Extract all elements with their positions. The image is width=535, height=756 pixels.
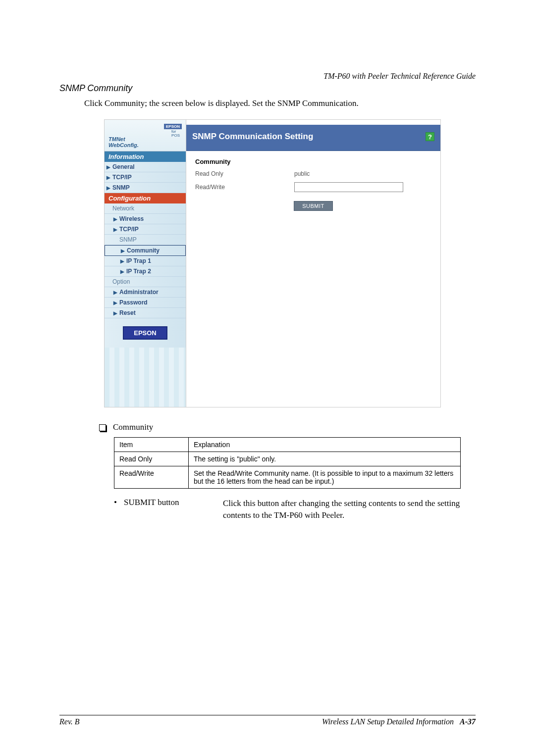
logo-area: EPSON for POS TMNet WebConfig. <box>105 120 186 151</box>
doc-header: TM-P60 with Peeler Technical Reference G… <box>323 72 476 81</box>
sidebar: EPSON for POS TMNet WebConfig. Informati… <box>105 120 186 407</box>
arrow-icon: ▶ <box>113 310 117 316</box>
arrow-icon: ▶ <box>113 290 117 295</box>
content-body: Community Read Only public Read/Write SU… <box>186 151 440 218</box>
nav-label: Administrator <box>119 289 159 296</box>
td-explanation: Set the Read/Write Community name. (It i… <box>189 466 461 489</box>
nav-group-snmp: SNMP <box>105 235 186 245</box>
submit-row: SUBMIT <box>195 201 431 211</box>
arrow-icon: ▶ <box>113 300 117 305</box>
label-readonly: Read Only <box>195 170 294 177</box>
logo-pos: POS <box>171 133 180 138</box>
logo-tmnet-2: WebConfig. <box>108 142 139 148</box>
logo-tmnet: TMNet WebConfig. <box>108 136 139 148</box>
nav-label: IP Trap 1 <box>126 257 151 264</box>
footer-section: Wireless LAN Setup Detailed Information <box>322 717 454 726</box>
nav-label: Wireless <box>119 215 144 222</box>
screenshot-webconfig: EPSON for POS TMNet WebConfig. Informati… <box>104 119 441 407</box>
nav-item-config-tcpip[interactable]: ▶TCP/IP <box>105 224 186 235</box>
value-readonly: public <box>294 170 431 177</box>
content-panel: SNMP Communication Setting ? Community R… <box>186 120 440 407</box>
nav-item-tcpip[interactable]: ▶TCP/IP <box>105 172 186 183</box>
nav-group-network: Network <box>105 203 186 214</box>
footer-right: Wireless LAN Setup Detailed Information … <box>322 717 476 726</box>
bullet-icon <box>99 424 106 431</box>
label-readwrite: Read/Write <box>195 184 294 191</box>
intro-text: Click Community; the screen below is dis… <box>84 99 476 108</box>
td-explanation: The setting is "public" only. <box>189 452 461 466</box>
logo-for-pos: for POS <box>171 130 180 138</box>
table-row: Read Only The setting is "public" only. <box>114 452 461 466</box>
submit-label: SUBMIT button <box>124 498 223 521</box>
nav-label: TCP/IP <box>112 174 132 181</box>
nav-label: General <box>112 163 135 170</box>
group-title-community: Community <box>195 158 431 165</box>
arrow-icon: ▶ <box>107 164 110 170</box>
arrow-icon: ▶ <box>113 227 117 232</box>
nav-header-info: Information <box>105 151 186 162</box>
nav-item-reset[interactable]: ▶Reset <box>105 308 186 318</box>
arrow-icon: ▶ <box>120 258 124 264</box>
nav-label: Password <box>119 299 148 306</box>
content-title-bar: SNMP Communication Setting ? <box>186 125 440 151</box>
field-row-readonly: Read Only public <box>195 170 431 177</box>
logo-epson: EPSON <box>164 124 182 129</box>
arrow-icon: ▶ <box>113 216 117 222</box>
nav-group-option: Option <box>105 277 186 287</box>
nav-label: TCP/IP <box>119 226 139 233</box>
nav-label: Community <box>127 247 160 254</box>
nav-label: Reset <box>119 309 136 316</box>
td-item: Read Only <box>114 452 189 466</box>
nav-item-password[interactable]: ▶Password <box>105 298 186 308</box>
nav-item-iptrap1[interactable]: ▶IP Trap 1 <box>105 256 186 266</box>
content-title: SNMP Communication Setting <box>192 132 313 142</box>
table-row: Item Explanation <box>114 438 461 452</box>
th-item: Item <box>114 438 189 452</box>
footer-page: A-37 <box>460 717 476 726</box>
nav-label: SNMP <box>112 184 130 191</box>
nav-item-iptrap2[interactable]: ▶IP Trap 2 <box>105 266 186 277</box>
submit-description: • SUBMIT button Click this button after … <box>114 498 476 521</box>
epson-badge: EPSON <box>123 326 167 340</box>
submit-button[interactable]: SUBMIT <box>294 201 333 211</box>
section-title: SNMP Community <box>59 83 476 94</box>
nav-item-snmp[interactable]: ▶SNMP <box>105 183 186 193</box>
help-icon[interactable]: ? <box>426 132 434 141</box>
arrow-icon: ▶ <box>120 269 124 274</box>
bullet-community: Community <box>99 422 476 432</box>
arrow-icon: ▶ <box>121 248 125 253</box>
value-readwrite <box>294 182 431 192</box>
submit-desc: Click this button after changing the set… <box>223 498 476 521</box>
readwrite-input[interactable] <box>294 182 403 192</box>
arrow-icon: ▶ <box>107 185 110 191</box>
nav-item-administrator[interactable]: ▶Administrator <box>105 287 186 298</box>
community-table: Item Explanation Read Only The setting i… <box>114 437 461 489</box>
nav-item-community[interactable]: ▶Community <box>105 245 186 256</box>
field-row-readwrite: Read/Write <box>195 182 431 192</box>
nav-header-config: Configuration <box>105 193 186 203</box>
bullet-dot-icon: • <box>114 498 117 521</box>
nav-item-general[interactable]: ▶General <box>105 162 186 172</box>
td-item: Read/Write <box>114 466 189 489</box>
bullet-label: Community <box>113 422 153 432</box>
nav-label: IP Trap 2 <box>126 268 151 275</box>
logo-tmnet-1: TMNet <box>108 136 125 142</box>
th-explanation: Explanation <box>189 438 461 452</box>
footer-rev: Rev. B <box>59 717 80 726</box>
nav-item-wireless[interactable]: ▶Wireless <box>105 214 186 224</box>
page-footer: Rev. B Wireless LAN Setup Detailed Infor… <box>59 715 476 726</box>
table-row: Read/Write Set the Read/Write Community … <box>114 466 461 489</box>
arrow-icon: ▶ <box>107 175 110 180</box>
sidebar-decor <box>105 348 186 407</box>
